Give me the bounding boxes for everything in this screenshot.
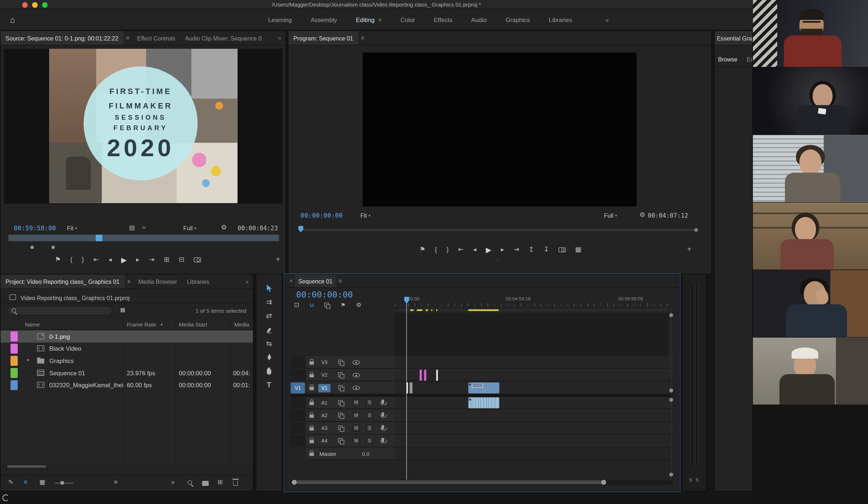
close-sequence-tab-icon[interactable]: ×	[285, 278, 295, 283]
track-a3-target-button[interactable]: A3	[318, 424, 331, 433]
delete-button[interactable]	[233, 480, 238, 486]
home-icon[interactable]: ⌂	[10, 16, 15, 24]
project-row-032320-clip[interactable]: 032320_MaggieKamal_thei 60.00 fps 00:00:…	[1, 379, 253, 391]
project-row-graphics-bin[interactable]: ▸ Graphics	[1, 355, 253, 367]
tab-audio-clip-mixer[interactable]: Audio Clip Mixer: Sequence 0	[180, 31, 267, 45]
video-clip-0323[interactable]: 0323	[468, 383, 499, 394]
track-lock-icon[interactable]	[310, 374, 314, 377]
go-to-out-button[interactable]: ⇥	[514, 246, 519, 253]
solo-button[interactable]: S	[366, 399, 373, 406]
graphic-clip[interactable]	[424, 370, 426, 381]
overwrite-button[interactable]: ⊟	[179, 256, 184, 263]
track-visibility-icon[interactable]	[353, 386, 360, 390]
nest-toggle-icon[interactable]: ⊡	[294, 302, 299, 308]
vertical-scrollbar-handle[interactable]	[669, 313, 673, 317]
go-to-in-button[interactable]: ⇤	[458, 246, 464, 253]
drag-video-icon[interactable]: ▤	[129, 225, 135, 231]
project-tabs-overflow-icon[interactable]: »	[241, 279, 253, 284]
go-to-out-button[interactable]: ⇥	[149, 256, 154, 263]
participant-video-6[interactable]	[753, 338, 868, 405]
work-area-strip[interactable]	[395, 309, 668, 312]
zoom-scrollbar-thumb[interactable]	[293, 480, 604, 484]
timeline-panel-menu-icon[interactable]: ≡	[336, 278, 345, 283]
step-forward-button[interactable]: ▸	[501, 246, 504, 253]
timeline-timecode[interactable]: 00:00:00:00	[296, 291, 353, 299]
step-back-button[interactable]: ◂	[473, 246, 476, 253]
participant-video-5[interactable]	[753, 270, 868, 337]
project-horizontal-scrollbar[interactable]	[7, 465, 46, 467]
automate-to-sequence-button[interactable]: »	[171, 479, 174, 486]
graphic-clip[interactable]	[420, 370, 422, 381]
sync-lock-icon[interactable]	[338, 413, 344, 418]
source-patch-v1[interactable]: V1	[291, 383, 305, 394]
type-tool[interactable]: T	[267, 378, 271, 392]
search-input[interactable]	[20, 307, 109, 314]
graphic-clip[interactable]	[436, 370, 438, 381]
linked-selection-icon[interactable]	[324, 302, 330, 308]
eg-tab-browse[interactable]: Browse	[718, 56, 737, 63]
track-resize-handle[interactable]	[669, 398, 673, 402]
project-row-black-video[interactable]: Black Video	[1, 342, 253, 355]
hand-tool[interactable]	[266, 364, 272, 378]
voiceover-mic-icon[interactable]	[382, 438, 384, 442]
source-patch-slot[interactable]	[291, 370, 305, 381]
panel-drag-handle[interactable]: ···	[494, 258, 499, 263]
track-lock-icon[interactable]	[310, 387, 314, 390]
track-v2-content[interactable]	[395, 369, 672, 381]
track-v3-content[interactable]	[395, 356, 672, 369]
mute-button[interactable]: M	[353, 412, 360, 419]
source-resolution-dropdown[interactable]: Full▾	[183, 225, 196, 231]
new-item-button[interactable]: ⊞	[218, 479, 223, 486]
drag-audio-icon[interactable]: ≈	[142, 225, 145, 231]
tab-effect-controls[interactable]: Effect Controls	[132, 31, 180, 45]
project-panel-menu-icon[interactable]: ≡	[124, 279, 133, 284]
lift-button[interactable]: ↥	[528, 246, 534, 253]
column-header-media-end[interactable]: Media	[234, 322, 249, 328]
source-playhead-handle[interactable]	[96, 235, 102, 241]
workspace-tab-graphics[interactable]: Graphics	[506, 17, 530, 23]
track-v2-target-button[interactable]: V2	[318, 371, 331, 380]
sync-lock-icon[interactable]	[338, 400, 344, 406]
tab-sequence-01[interactable]: Sequence 01	[295, 274, 336, 287]
source-panel-menu-icon[interactable]: ≡	[123, 35, 132, 40]
thumbnail-zoom-slider[interactable]	[55, 483, 74, 484]
workspace-tab-color[interactable]: Color	[400, 17, 415, 23]
mute-button[interactable]: M	[353, 424, 360, 432]
icon-view-button[interactable]: ▦	[39, 479, 45, 486]
list-view-button[interactable]: ≡	[24, 479, 27, 486]
tab-libraries[interactable]: Libraries	[182, 274, 214, 289]
track-v3-target-button[interactable]: V3	[318, 359, 331, 367]
workspace-tab-libraries[interactable]: Libraries	[549, 17, 572, 23]
project-row-sequence-01[interactable]: Sequence 01 23.976 fps 00:00:00:00 00:04…	[1, 367, 253, 379]
add-marker-button[interactable]: ⚑	[55, 256, 60, 263]
tab-source-monitor[interactable]: Source: Sequence 01: 0-1.png: 00:01:22:2…	[1, 31, 123, 45]
sync-lock-icon[interactable]	[338, 426, 344, 431]
track-lock-icon[interactable]	[310, 361, 314, 364]
timeline-settings-wrench-icon[interactable]: ⚙	[356, 302, 362, 308]
track-a2-target-button[interactable]: A2	[318, 412, 331, 420]
program-fit-dropdown[interactable]: Fit▾	[360, 213, 370, 218]
source-marker-dot[interactable]	[51, 246, 55, 249]
workspace-overflow-icon[interactable]: »	[605, 17, 609, 23]
workspace-tab-effects[interactable]: Effects	[434, 17, 452, 23]
search-options-icon[interactable]: ▦	[120, 307, 125, 312]
step-back-button[interactable]: ◂	[109, 256, 112, 263]
export-frame-button[interactable]	[194, 257, 201, 262]
track-lock-icon[interactable]	[310, 453, 314, 456]
track-resize-handle[interactable]	[669, 388, 673, 392]
sync-lock-icon[interactable]	[338, 372, 344, 378]
go-to-in-button[interactable]: ⇤	[93, 256, 99, 263]
timeline-zoom-scrollbar[interactable]	[291, 480, 673, 485]
source-patch-slot[interactable]	[291, 423, 305, 434]
project-row-0-1-png[interactable]: 0-1.png	[1, 330, 253, 343]
selection-tool[interactable]	[266, 281, 272, 295]
timeline-ruler[interactable]: :00:00 00:04:59:16 00:09:59:09	[395, 294, 668, 308]
source-tabs-overflow-icon[interactable]: »	[274, 35, 286, 40]
program-timecode[interactable]: 00:00:00:00	[301, 213, 343, 219]
comparison-view-button[interactable]: ▦	[575, 246, 581, 253]
step-forward-button[interactable]: ▸	[136, 256, 139, 263]
source-fit-dropdown[interactable]: Fit▾	[67, 225, 77, 231]
track-lock-icon[interactable]	[310, 402, 314, 405]
mute-button[interactable]: M	[353, 437, 360, 444]
mark-in-button[interactable]: {	[435, 246, 437, 253]
